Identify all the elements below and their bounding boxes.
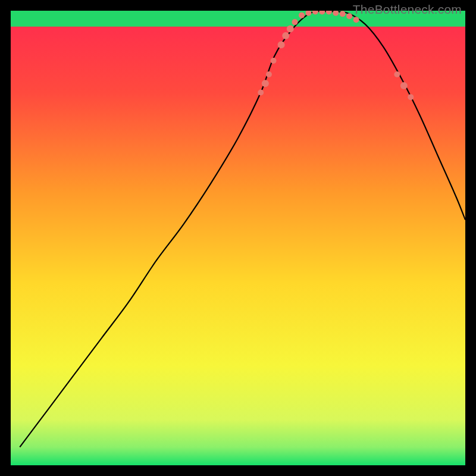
data-marker [262, 80, 269, 87]
data-marker [353, 17, 359, 23]
data-marker [287, 26, 294, 33]
data-marker [340, 11, 346, 17]
gradient-background [11, 11, 465, 465]
data-marker [400, 82, 408, 89]
watermark-label: TheBottleneck.com [353, 2, 462, 17]
chart-frame [11, 11, 465, 465]
data-marker [271, 58, 277, 64]
data-marker [408, 94, 414, 100]
data-marker [282, 32, 289, 39]
data-marker [278, 41, 285, 48]
data-marker [394, 71, 400, 77]
data-marker [266, 71, 272, 77]
data-marker [346, 13, 352, 19]
bottleneck-chart [11, 11, 465, 465]
data-marker [292, 19, 298, 25]
data-marker [258, 90, 264, 96]
data-marker [299, 12, 305, 18]
